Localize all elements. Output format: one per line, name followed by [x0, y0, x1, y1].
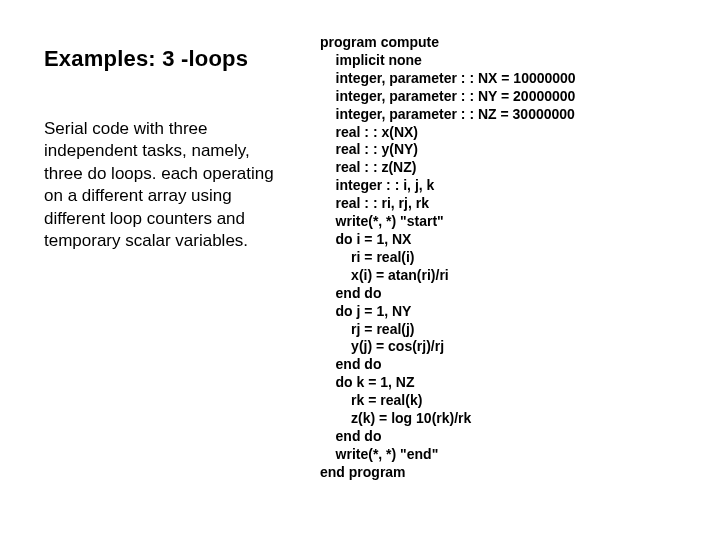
code-block: program compute implicit none integer, p…: [320, 34, 710, 482]
description-text: Serial code with three independent tasks…: [44, 118, 280, 253]
slide-title: Examples: 3 -loops: [44, 46, 280, 72]
left-column: Examples: 3 -loops Serial code with thre…: [0, 0, 290, 540]
right-column: program compute implicit none integer, p…: [290, 0, 720, 540]
